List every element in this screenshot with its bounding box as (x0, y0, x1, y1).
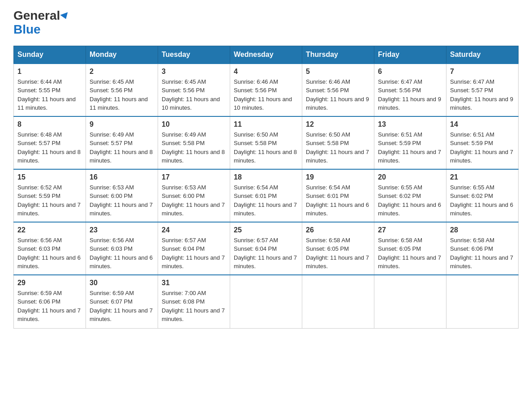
day-info: Sunrise: 6:45 AMSunset: 5:56 PMDaylight:… (162, 77, 226, 112)
day-info: Sunrise: 6:54 AMSunset: 6:01 PMDaylight:… (234, 183, 298, 218)
day-info: Sunrise: 6:45 AMSunset: 5:56 PMDaylight:… (90, 77, 154, 112)
day-number: 9 (90, 120, 154, 128)
day-info: Sunrise: 6:47 AMSunset: 5:57 PMDaylight:… (450, 77, 515, 112)
day-info: Sunrise: 6:52 AMSunset: 5:59 PMDaylight:… (17, 183, 82, 218)
day-cell: 31Sunrise: 7:00 AMSunset: 6:08 PMDayligh… (158, 275, 230, 329)
day-number: 17 (162, 173, 226, 181)
day-cell (302, 275, 374, 329)
day-cell: 4Sunrise: 6:46 AMSunset: 5:56 PMDaylight… (230, 64, 302, 116)
day-number: 6 (378, 68, 442, 76)
day-number: 24 (162, 226, 226, 234)
day-number: 23 (90, 226, 154, 234)
day-number: 2 (90, 68, 154, 76)
day-header-sunday: Sunday (14, 46, 86, 64)
day-number: 3 (162, 68, 226, 76)
logo: General Blue (13, 9, 69, 37)
day-info: Sunrise: 6:57 AMSunset: 6:04 PMDaylight:… (162, 236, 226, 271)
day-cell: 22Sunrise: 6:56 AMSunset: 6:03 PMDayligh… (14, 222, 86, 275)
day-cell (374, 275, 446, 329)
day-info: Sunrise: 6:50 AMSunset: 5:58 PMDaylight:… (306, 130, 370, 165)
page-header: General Blue (13, 9, 519, 37)
day-cell: 16Sunrise: 6:53 AMSunset: 6:00 PMDayligh… (86, 169, 158, 222)
day-number: 7 (450, 68, 515, 76)
day-number: 30 (90, 279, 154, 287)
day-number: 15 (17, 173, 82, 181)
day-cell: 28Sunrise: 6:58 AMSunset: 6:06 PMDayligh… (446, 222, 519, 275)
day-number: 19 (306, 173, 370, 181)
day-info: Sunrise: 6:55 AMSunset: 6:02 PMDaylight:… (450, 183, 515, 218)
day-number: 12 (306, 120, 370, 128)
day-header-tuesday: Tuesday (158, 46, 230, 64)
day-info: Sunrise: 6:59 AMSunset: 6:06 PMDaylight:… (17, 289, 82, 324)
week-row-3: 15Sunrise: 6:52 AMSunset: 5:59 PMDayligh… (14, 169, 519, 222)
day-cell: 1Sunrise: 6:44 AMSunset: 5:55 PMDaylight… (14, 64, 86, 116)
day-cell: 6Sunrise: 6:47 AMSunset: 5:56 PMDaylight… (374, 64, 446, 116)
day-number: 5 (306, 68, 370, 76)
day-number: 14 (450, 120, 515, 128)
week-row-1: 1Sunrise: 6:44 AMSunset: 5:55 PMDaylight… (14, 64, 519, 116)
day-number: 21 (450, 173, 515, 181)
day-info: Sunrise: 6:54 AMSunset: 6:01 PMDaylight:… (306, 183, 370, 218)
day-number: 22 (17, 226, 82, 234)
day-number: 1 (17, 68, 82, 76)
day-cell: 3Sunrise: 6:45 AMSunset: 5:56 PMDaylight… (158, 64, 230, 116)
day-cell: 30Sunrise: 6:59 AMSunset: 6:07 PMDayligh… (86, 275, 158, 329)
day-info: Sunrise: 6:51 AMSunset: 5:59 PMDaylight:… (378, 130, 442, 165)
day-info: Sunrise: 6:53 AMSunset: 6:00 PMDaylight:… (162, 183, 226, 218)
day-info: Sunrise: 6:46 AMSunset: 5:56 PMDaylight:… (306, 77, 370, 112)
day-cell: 14Sunrise: 6:51 AMSunset: 5:59 PMDayligh… (446, 116, 519, 169)
day-cell: 21Sunrise: 6:55 AMSunset: 6:02 PMDayligh… (446, 169, 519, 222)
day-info: Sunrise: 6:49 AMSunset: 5:58 PMDaylight:… (162, 130, 226, 165)
day-header-saturday: Saturday (446, 46, 519, 64)
day-number: 25 (234, 226, 298, 234)
day-info: Sunrise: 6:58 AMSunset: 6:05 PMDaylight:… (378, 236, 442, 271)
day-cell: 17Sunrise: 6:53 AMSunset: 6:00 PMDayligh… (158, 169, 230, 222)
day-number: 29 (17, 279, 82, 287)
day-info: Sunrise: 6:47 AMSunset: 5:56 PMDaylight:… (378, 77, 442, 112)
day-info: Sunrise: 6:53 AMSunset: 6:00 PMDaylight:… (90, 183, 154, 218)
day-number: 18 (234, 173, 298, 181)
day-number: 26 (306, 226, 370, 234)
day-cell: 26Sunrise: 6:58 AMSunset: 6:05 PMDayligh… (302, 222, 374, 275)
days-header-row: SundayMondayTuesdayWednesdayThursdayFrid… (14, 46, 519, 64)
day-cell: 13Sunrise: 6:51 AMSunset: 5:59 PMDayligh… (374, 116, 446, 169)
day-info: Sunrise: 6:58 AMSunset: 6:06 PMDaylight:… (450, 236, 515, 271)
day-header-monday: Monday (86, 46, 158, 64)
day-header-thursday: Thursday (302, 46, 374, 64)
day-info: Sunrise: 6:49 AMSunset: 5:57 PMDaylight:… (90, 130, 154, 165)
day-cell: 24Sunrise: 6:57 AMSunset: 6:04 PMDayligh… (158, 222, 230, 275)
day-number: 31 (162, 279, 226, 287)
week-row-2: 8Sunrise: 6:48 AMSunset: 5:57 PMDaylight… (14, 116, 519, 169)
day-cell (446, 275, 519, 329)
week-row-4: 22Sunrise: 6:56 AMSunset: 6:03 PMDayligh… (14, 222, 519, 275)
day-info: Sunrise: 6:50 AMSunset: 5:58 PMDaylight:… (234, 130, 298, 165)
day-info: Sunrise: 6:46 AMSunset: 5:56 PMDaylight:… (234, 77, 298, 112)
day-number: 20 (378, 173, 442, 181)
day-cell: 12Sunrise: 6:50 AMSunset: 5:58 PMDayligh… (302, 116, 374, 169)
day-number: 13 (378, 120, 442, 128)
day-cell: 2Sunrise: 6:45 AMSunset: 5:56 PMDaylight… (86, 64, 158, 116)
day-cell: 23Sunrise: 6:56 AMSunset: 6:03 PMDayligh… (86, 222, 158, 275)
day-cell: 27Sunrise: 6:58 AMSunset: 6:05 PMDayligh… (374, 222, 446, 275)
day-cell: 29Sunrise: 6:59 AMSunset: 6:06 PMDayligh… (14, 275, 86, 329)
day-cell: 20Sunrise: 6:55 AMSunset: 6:02 PMDayligh… (374, 169, 446, 222)
day-number: 4 (234, 68, 298, 76)
day-info: Sunrise: 6:59 AMSunset: 6:07 PMDaylight:… (90, 289, 154, 324)
day-number: 8 (17, 120, 82, 128)
day-info: Sunrise: 6:57 AMSunset: 6:04 PMDaylight:… (234, 236, 298, 271)
day-number: 16 (90, 173, 154, 181)
day-number: 11 (234, 120, 298, 128)
day-number: 27 (378, 226, 442, 234)
day-header-wednesday: Wednesday (230, 46, 302, 64)
day-cell: 8Sunrise: 6:48 AMSunset: 5:57 PMDaylight… (14, 116, 86, 169)
logo-text: General (13, 9, 69, 23)
day-cell: 10Sunrise: 6:49 AMSunset: 5:58 PMDayligh… (158, 116, 230, 169)
day-info: Sunrise: 6:56 AMSunset: 6:03 PMDaylight:… (90, 236, 154, 271)
day-cell: 18Sunrise: 6:54 AMSunset: 6:01 PMDayligh… (230, 169, 302, 222)
day-cell: 19Sunrise: 6:54 AMSunset: 6:01 PMDayligh… (302, 169, 374, 222)
day-cell: 25Sunrise: 6:57 AMSunset: 6:04 PMDayligh… (230, 222, 302, 275)
week-row-5: 29Sunrise: 6:59 AMSunset: 6:06 PMDayligh… (14, 275, 519, 329)
day-cell: 15Sunrise: 6:52 AMSunset: 5:59 PMDayligh… (14, 169, 86, 222)
calendar-table: SundayMondayTuesdayWednesdayThursdayFrid… (13, 46, 519, 329)
day-cell: 11Sunrise: 6:50 AMSunset: 5:58 PMDayligh… (230, 116, 302, 169)
